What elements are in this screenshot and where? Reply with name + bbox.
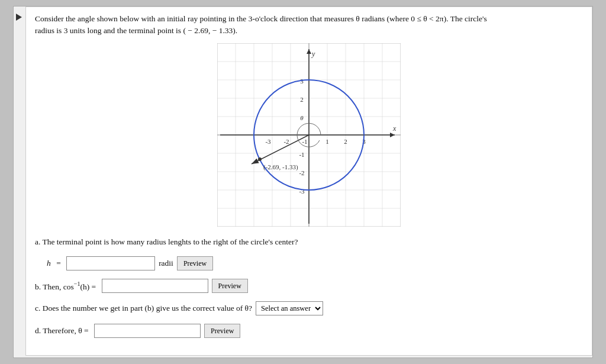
part-d-preview-button[interactable]: Preview (204, 324, 240, 338)
svg-text:x: x (392, 124, 397, 133)
part-a-label: a. The terminal point is how many radius… (35, 236, 298, 249)
problem-line1: Consider the angle shown below with an i… (35, 14, 487, 23)
play-icon[interactable] (16, 14, 22, 21)
page-container: Consider the angle shown below with an i… (13, 6, 593, 358)
svg-text:-2: -2 (283, 138, 289, 145)
part-d-row: d. Therefore, θ = Preview (35, 324, 583, 338)
question-section: a. The terminal point is how many radius… (35, 236, 583, 339)
graph-container: x y -3 -2 -1 1 2 3 3 (35, 43, 583, 227)
part-c-label: c. Does the number we get in part (b) gi… (35, 302, 252, 315)
problem-line2: radius is 3 units long and the terminal … (35, 26, 237, 35)
svg-text:-1: -1 (302, 138, 307, 145)
part-a-input-row: h = radii Preview (47, 256, 583, 270)
part-c-row: c. Does the number we get in part (b) gi… (35, 301, 583, 315)
svg-text:-2: -2 (299, 169, 304, 176)
part-c-select[interactable]: Select an answer Yes No (256, 301, 323, 315)
content-area: Consider the angle shown below with an i… (25, 7, 592, 356)
svg-text:2: 2 (300, 96, 304, 103)
part-b-row: b. Then, cos−1(h) = Preview (35, 279, 583, 293)
part-a-radii: radii (159, 257, 173, 270)
part-a-input[interactable] (66, 256, 155, 270)
part-a-h-label: h (47, 257, 51, 270)
svg-text:-3: -3 (265, 138, 271, 145)
part-b-input[interactable] (102, 279, 208, 293)
part-d-input[interactable] (94, 324, 201, 338)
svg-text:θ: θ (300, 114, 304, 121)
svg-text:y: y (311, 50, 315, 58)
svg-point-41 (258, 157, 262, 161)
part-b-label: b. Then, cos−1(h) = (35, 279, 98, 293)
svg-text:(-2.69, -1.33): (-2.69, -1.33) (263, 163, 298, 171)
part-a-preview-button[interactable]: Preview (177, 256, 213, 270)
part-d-label: d. Therefore, θ = (35, 324, 91, 337)
part-a-equals: = (54, 257, 63, 270)
graph-svg: x y -3 -2 -1 1 2 3 3 (217, 43, 401, 227)
part-b-preview-button[interactable]: Preview (212, 279, 248, 293)
svg-text:1: 1 (325, 138, 329, 145)
part-a-row: a. The terminal point is how many radius… (35, 236, 583, 249)
svg-text:-1: -1 (299, 151, 304, 158)
svg-text:2: 2 (344, 138, 347, 145)
problem-text: Consider the angle shown below with an i… (35, 13, 583, 37)
